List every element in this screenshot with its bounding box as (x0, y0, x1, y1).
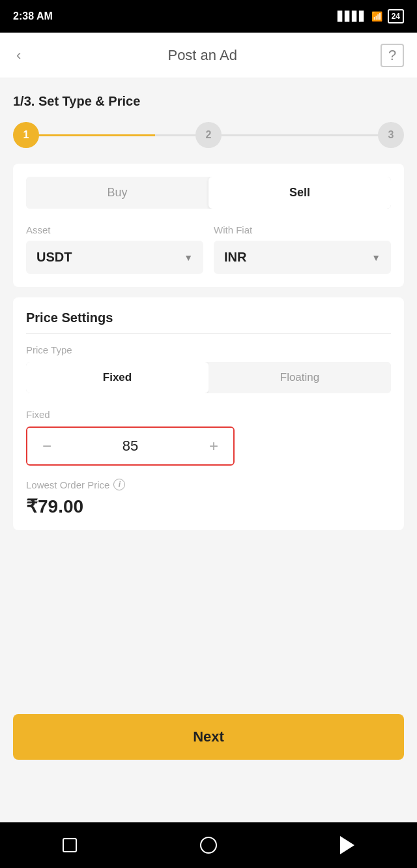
asset-label: Asset (26, 224, 203, 235)
signal-icon: ▋▋▋▋ (338, 11, 366, 22)
page-title: Post an Ad (167, 47, 237, 64)
main-content: 1/3. Set Type & Price 1 2 3 Buy Sell Ass… (0, 78, 417, 630)
status-time: 2:38 AM (13, 10, 53, 22)
floating-type-button[interactable]: Floating (208, 362, 391, 393)
nav-home-button[interactable] (199, 835, 218, 855)
status-bar: 2:38 AM ▋▋▋▋ 📶 24 (0, 0, 417, 33)
price-settings-card: Price Settings Price Type Fixed Floating… (13, 297, 404, 530)
next-button-wrapper: Next (0, 704, 417, 770)
asset-group: Asset USDT ▼ (26, 224, 203, 274)
asset-value: USDT (36, 250, 72, 265)
header: ‹ Post an Ad ? (0, 33, 417, 78)
buy-button[interactable]: Buy (26, 177, 208, 209)
lowest-order-price: ₹79.00 (26, 496, 391, 517)
square-icon (63, 838, 77, 852)
step-dot-1: 1 (13, 122, 39, 148)
step-dot-3: 3 (378, 122, 404, 148)
fiat-dropdown-arrow: ▼ (371, 252, 381, 263)
triangle-icon (340, 836, 354, 854)
fiat-label: With Fiat (214, 224, 391, 235)
battery-indicator: 24 (388, 9, 404, 23)
circle-icon (200, 837, 217, 854)
lowest-order-label: Lowest Order Price i (26, 479, 391, 490)
extra-space (0, 770, 417, 822)
fixed-value-display: 85 (66, 438, 194, 455)
step-dot-2: 2 (195, 122, 222, 148)
asset-select[interactable]: USDT ▼ (26, 241, 203, 274)
progress-bar: 1 2 3 (13, 122, 404, 148)
step-heading: 1/3. Set Type & Price (13, 94, 404, 109)
sell-button[interactable]: Sell (208, 177, 391, 209)
decrement-button[interactable]: − (27, 428, 66, 464)
info-icon: i (113, 479, 125, 490)
wifi-icon: 📶 (371, 11, 382, 22)
price-type-toggle: Fixed Floating (26, 362, 391, 393)
price-type-label: Price Type (26, 344, 391, 355)
fixed-label: Fixed (26, 409, 391, 420)
nav-back-button[interactable] (338, 835, 357, 855)
bottom-nav-bar (0, 822, 417, 868)
help-button[interactable]: ? (381, 44, 404, 67)
nav-square-button[interactable] (60, 835, 79, 855)
help-icon: ? (388, 47, 396, 64)
fiat-group: With Fiat INR ▼ (214, 224, 391, 274)
spacer (0, 630, 417, 704)
trade-type-card: Buy Sell Asset USDT ▼ With Fiat INR ▼ (13, 164, 404, 287)
asset-dropdown-arrow: ▼ (184, 252, 193, 263)
fiat-select[interactable]: INR ▼ (214, 241, 391, 274)
step-dots: 1 2 3 (13, 122, 404, 148)
fixed-input-row: − 85 + (26, 427, 235, 466)
fiat-value: INR (224, 250, 246, 265)
fixed-type-button[interactable]: Fixed (26, 362, 208, 393)
asset-row: Asset USDT ▼ With Fiat INR ▼ (26, 224, 391, 274)
back-button[interactable]: ‹ (13, 44, 24, 67)
increment-button[interactable]: + (194, 428, 233, 464)
price-settings-title: Price Settings (26, 310, 391, 334)
trade-toggle-row: Buy Sell (26, 177, 391, 209)
status-right: ▋▋▋▋ 📶 24 (338, 9, 404, 23)
next-button[interactable]: Next (13, 714, 404, 760)
